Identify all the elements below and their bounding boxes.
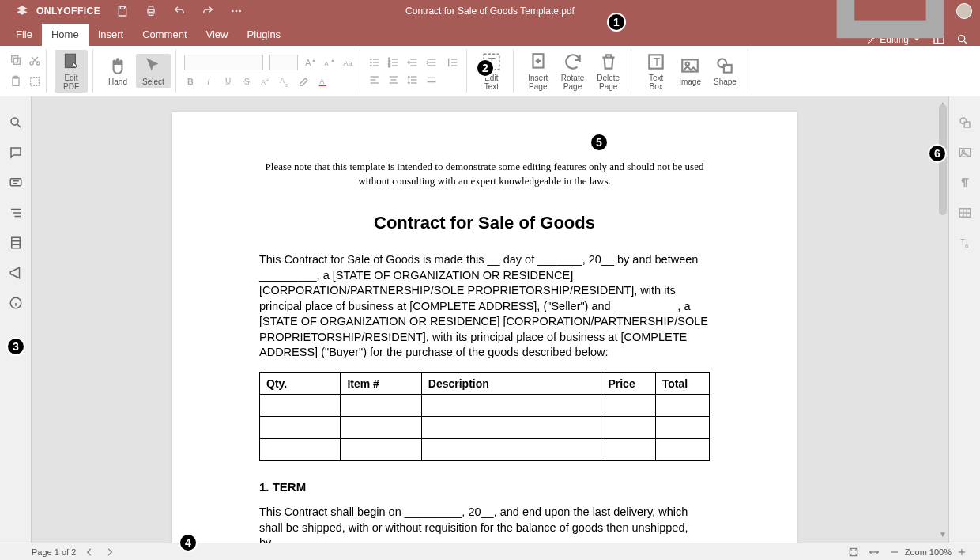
zoom-in-icon[interactable] (956, 547, 967, 558)
indent-right-icon[interactable] (444, 56, 462, 69)
paragraph-settings-icon[interactable] (958, 176, 972, 190)
delete-page-button[interactable]: Delete Page (590, 50, 626, 93)
table-row (260, 395, 710, 417)
superscript-icon[interactable]: A2 (260, 75, 273, 88)
th-price: Price (601, 373, 655, 395)
doc-title: Contract for Sale of Goods (259, 213, 710, 233)
svg-rect-9 (13, 58, 20, 64)
doc-intro: This Contract for Sale of Goods is made … (259, 252, 710, 361)
svg-rect-30 (318, 85, 326, 86)
left-panel (0, 96, 32, 543)
font-color-icon[interactable]: A (317, 75, 330, 88)
undo-icon[interactable] (173, 5, 186, 17)
svg-point-73 (718, 59, 727, 67)
scroll-down-icon[interactable]: ▼ (939, 530, 947, 539)
edit-pdf-button[interactable]: Edit PDF (55, 50, 88, 93)
line-spacing-icon[interactable] (406, 74, 419, 86)
highlight-icon[interactable] (298, 75, 311, 88)
th-qty: Qty. (260, 373, 341, 395)
arrange-icon[interactable] (756, 0, 971, 67)
svg-point-5 (236, 10, 238, 13)
subscript-icon[interactable]: A2 (279, 75, 292, 88)
italic-icon[interactable]: I (203, 75, 216, 88)
hand-tool-button[interactable]: Hand (101, 54, 134, 88)
svg-text:Aa: Aa (343, 59, 352, 67)
callout-6: 6 (928, 144, 947, 163)
page[interactable]: Please note that this template is intend… (172, 112, 797, 543)
print-icon[interactable] (145, 5, 157, 17)
zoom-out-icon[interactable] (889, 547, 900, 558)
tab-home[interactable]: Home (42, 24, 89, 46)
save-icon[interactable] (116, 5, 129, 17)
find-icon[interactable] (9, 115, 23, 130)
tab-insert[interactable]: Insert (89, 24, 134, 46)
next-page-icon[interactable] (104, 547, 115, 558)
th-item: Item # (341, 373, 421, 395)
insert-page-button[interactable]: Insert Page (522, 50, 555, 93)
font-shrink-icon[interactable]: A (323, 56, 336, 69)
callout-3: 3 (6, 337, 25, 356)
zoom-label[interactable]: Zoom 100% (905, 547, 952, 557)
about-icon[interactable] (9, 296, 23, 310)
feedback-icon[interactable] (9, 266, 23, 280)
svg-rect-10 (12, 55, 18, 62)
svg-point-93 (960, 118, 967, 124)
underline-icon[interactable]: U (222, 75, 235, 88)
rotate-page-button[interactable]: Rotate Page (555, 50, 590, 93)
font-grow-icon[interactable]: A (304, 56, 317, 69)
svg-text:A: A (280, 77, 285, 85)
tab-plugins[interactable]: Plugins (237, 24, 290, 46)
more-icon[interactable] (230, 5, 243, 17)
svg-rect-87 (11, 237, 20, 248)
table-row (260, 439, 710, 461)
tab-file[interactable]: File (6, 24, 42, 46)
image-button[interactable]: Image (673, 50, 707, 93)
select-tool-button[interactable]: Select (136, 54, 171, 88)
text-art-settings-icon[interactable]: Ta (958, 236, 972, 250)
svg-text:A: A (261, 78, 266, 86)
page-indicator[interactable]: Page 1 of 2 (32, 547, 76, 557)
bullet-list-icon[interactable] (368, 56, 381, 69)
indent-icon[interactable] (425, 56, 438, 69)
font-name-select[interactable] (184, 55, 263, 70)
shape-button[interactable]: Shape (707, 50, 743, 93)
image-settings-icon[interactable] (958, 146, 972, 160)
align-center-icon[interactable] (387, 74, 400, 86)
edit-pdf-label: Edit PDF (63, 74, 79, 91)
thumbnails-icon[interactable] (9, 236, 23, 250)
number-list-icon[interactable]: 123 (387, 56, 400, 69)
svg-point-96 (962, 150, 964, 153)
shape-settings-icon[interactable] (958, 115, 972, 130)
fit-page-icon[interactable] (848, 547, 859, 558)
paste-icon[interactable] (9, 75, 22, 88)
copy-icon[interactable] (9, 54, 22, 66)
outdent-icon[interactable] (406, 56, 419, 69)
svg-text:T: T (654, 55, 661, 68)
svg-text:3: 3 (388, 64, 390, 68)
vertical-scrollbar[interactable]: ▲ ▼ (939, 101, 947, 538)
redo-icon[interactable] (202, 5, 214, 17)
bold-icon[interactable]: B (184, 75, 197, 88)
svg-rect-0 (121, 6, 125, 9)
svg-point-31 (370, 59, 371, 59)
comments-icon[interactable] (9, 146, 23, 160)
fit-width-icon[interactable] (869, 547, 880, 558)
change-case-icon[interactable]: Aa (342, 56, 355, 69)
svg-point-4 (232, 10, 234, 13)
tab-comment[interactable]: Comment (133, 24, 196, 46)
svg-text:A: A (319, 77, 325, 85)
text-box-button[interactable]: TText Box (639, 50, 673, 93)
cut-icon[interactable] (28, 54, 41, 66)
strike-icon[interactable]: S (241, 75, 254, 88)
tab-view[interactable]: View (197, 24, 238, 46)
prev-page-icon[interactable] (84, 547, 95, 558)
svg-point-33 (370, 62, 371, 62)
select-all-icon[interactable] (28, 75, 41, 88)
paragraph-spacing-icon[interactable] (425, 74, 438, 86)
table-settings-icon[interactable] (958, 206, 972, 220)
align-left-icon[interactable] (368, 74, 381, 86)
font-size-select[interactable] (270, 55, 298, 70)
document-canvas[interactable]: Please note that this template is intend… (32, 96, 948, 543)
navigation-icon[interactable] (9, 206, 23, 220)
chat-icon[interactable] (9, 176, 23, 190)
